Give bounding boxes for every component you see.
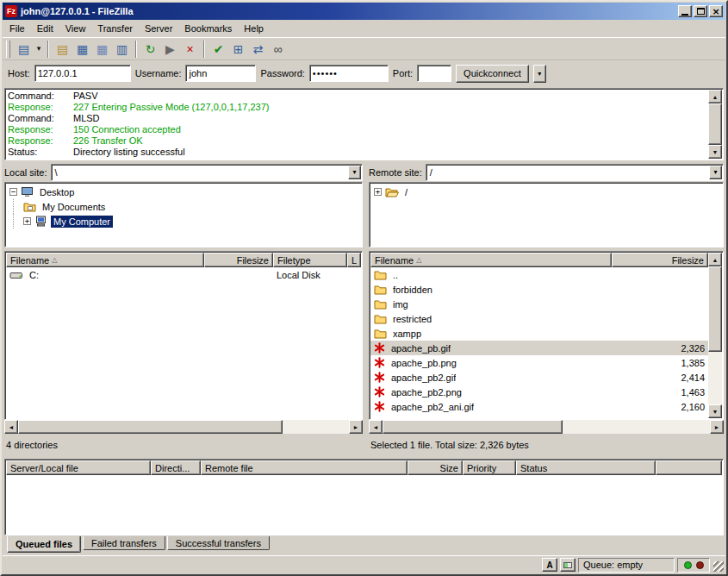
tab-successful-transfers[interactable]: Successful transfers <box>167 536 270 550</box>
scrollbar-thumb[interactable] <box>708 103 722 145</box>
tree-item[interactable]: −Desktop <box>5 185 362 199</box>
expand-icon[interactable]: + <box>374 188 382 196</box>
tree-guide <box>13 199 23 214</box>
menu-help[interactable]: Help <box>238 21 270 36</box>
local-site-combo[interactable]: \ ▾ <box>51 164 363 181</box>
menu-server[interactable]: Server <box>139 21 178 36</box>
resize-grip[interactable] <box>713 561 724 572</box>
close-button[interactable] <box>709 5 723 17</box>
toggle-message-log-button[interactable]: ▤ <box>53 39 72 59</box>
scroll-right-icon[interactable]: ► <box>710 420 724 434</box>
process-queue-button[interactable]: ▶ <box>160 39 180 59</box>
scroll-down-icon[interactable]: ▼ <box>708 404 722 418</box>
log-line: Command:PASV <box>8 91 707 102</box>
scrollbar-thumb[interactable] <box>383 420 563 434</box>
site-manager-button[interactable]: ▤ <box>14 39 34 59</box>
tree-item[interactable]: My Documents <box>5 199 362 214</box>
refresh-button[interactable]: ↻ <box>140 39 160 59</box>
menu-view[interactable]: View <box>59 21 92 36</box>
log-line-text: 227 Entering Passive Mode (127,0,0,1,17,… <box>73 102 269 112</box>
toggle-local-tree-button[interactable]: ▦ <box>72 39 92 59</box>
filesize-cell: 2,160 <box>612 399 708 414</box>
list-item[interactable]: .. <box>370 267 708 282</box>
scroll-left-icon[interactable]: ◄ <box>4 420 18 434</box>
list-item[interactable]: C:Local Disk <box>6 267 361 282</box>
column-header-filesize[interactable]: Filesize <box>204 253 273 267</box>
column-header-remote-file[interactable]: Remote file <box>201 460 408 475</box>
local-tree-icon: ▦ <box>77 43 88 55</box>
list-item[interactable]: apache_pb.png1,385 <box>370 355 708 370</box>
column-header-size[interactable]: Size <box>408 460 463 475</box>
column-header-status[interactable]: Status <box>516 460 656 475</box>
toggle-remote-tree-button[interactable]: ▦ <box>92 39 112 59</box>
expand-icon[interactable]: + <box>23 217 31 225</box>
compare-button[interactable]: ⊞ <box>228 39 248 59</box>
drive-icon <box>9 270 23 280</box>
vertical-scrollbar[interactable]: ▲▼ <box>708 90 722 159</box>
tree-item[interactable]: +/ <box>370 185 723 199</box>
menu-file[interactable]: File <box>3 21 31 36</box>
list-item[interactable]: xampp <box>370 326 708 341</box>
menu-bookmarks[interactable]: Bookmarks <box>178 21 238 36</box>
tab-queued-files[interactable]: Queued files <box>7 536 81 553</box>
column-header-server-local-file[interactable]: Server/Local file <box>6 460 151 475</box>
menu-transfer[interactable]: Transfer <box>91 21 139 36</box>
tree-item[interactable]: +My Computer <box>5 214 362 229</box>
column-header-label: Priority <box>467 463 496 473</box>
sync-browsing-button[interactable]: ⇄ <box>248 39 268 59</box>
username-input[interactable] <box>185 65 256 82</box>
list-item[interactable]: apache_pb.gif2,326 <box>370 341 708 355</box>
column-header-filename[interactable]: Filename△ <box>6 253 204 267</box>
maximize-button[interactable] <box>694 5 707 17</box>
scrollbar-thumb[interactable] <box>708 266 722 352</box>
toggle-queue-button[interactable]: ▥ <box>112 39 132 59</box>
scroll-left-icon[interactable]: ◄ <box>369 420 383 434</box>
filter-button[interactable]: ✔ <box>208 39 228 59</box>
horizontal-scrollbar[interactable]: ◄► <box>4 420 363 434</box>
scrollbar-track[interactable] <box>708 266 722 404</box>
list-item[interactable]: img <box>370 297 708 311</box>
pane-splitter[interactable] <box>363 162 369 454</box>
filename-cell: xampp <box>370 326 612 341</box>
column-header-filesize[interactable]: Filesize <box>612 253 708 267</box>
titlebar[interactable]: john@127.0.0.1 - FileZilla <box>3 3 725 20</box>
scrollbar-track[interactable] <box>383 420 710 434</box>
scroll-up-icon[interactable]: ▲ <box>708 90 722 103</box>
column-header-filename[interactable]: Filename△ <box>370 253 612 267</box>
password-input[interactable] <box>309 65 389 82</box>
collapse-icon[interactable]: − <box>9 188 17 196</box>
site-manager-dropdown-button[interactable]: ▾ <box>34 39 44 59</box>
column-header-directi[interactable]: Directi... <box>151 460 201 475</box>
list-item[interactable]: apache_pb2.gif2,414 <box>370 370 708 385</box>
scrollbar-track[interactable] <box>18 420 349 434</box>
tab-failed-transfers[interactable]: Failed transfers <box>83 536 165 550</box>
scroll-right-icon[interactable]: ► <box>349 420 363 434</box>
horizontal-scrollbar[interactable]: ◄► <box>369 420 724 434</box>
column-header-label: Directi... <box>155 463 190 473</box>
scroll-up-icon[interactable]: ▲ <box>708 253 722 266</box>
host-input[interactable] <box>34 65 131 82</box>
port-input[interactable] <box>417 65 451 82</box>
quickconnect-dropdown-button[interactable]: ▾ <box>533 65 546 83</box>
list-item[interactable]: apache_pb2.png1,463 <box>370 385 708 399</box>
cancel-button[interactable]: × <box>180 39 200 59</box>
ascii-mode-icon[interactable]: A <box>542 558 557 572</box>
scrollbar-thumb[interactable] <box>18 420 283 434</box>
column-header-priority[interactable]: Priority <box>463 460 516 475</box>
list-item[interactable]: restricted <box>370 311 708 326</box>
column-header-l[interactable]: L <box>347 253 361 267</box>
password-label: Password: <box>260 68 304 78</box>
minimize-button[interactable] <box>678 5 692 17</box>
list-item[interactable]: forbidden <box>370 282 708 297</box>
menu-edit[interactable]: Edit <box>31 21 59 36</box>
column-header-filetype[interactable]: Filetype <box>273 253 347 267</box>
local-site-dropdown-button[interactable]: ▾ <box>348 166 361 179</box>
quickconnect-button[interactable]: Quickconnect <box>456 65 529 83</box>
remote-site-dropdown-button[interactable]: ▾ <box>709 166 722 179</box>
scroll-down-icon[interactable]: ▼ <box>708 145 722 159</box>
vertical-scrollbar[interactable]: ▲▼ <box>708 253 722 418</box>
scrollbar-track[interactable] <box>708 103 722 145</box>
list-item[interactable]: apache_pb2_ani.gif2,160 <box>370 399 708 414</box>
find-button[interactable]: ∞ <box>268 39 288 59</box>
remote-site-combo[interactable]: / ▾ <box>426 164 724 181</box>
